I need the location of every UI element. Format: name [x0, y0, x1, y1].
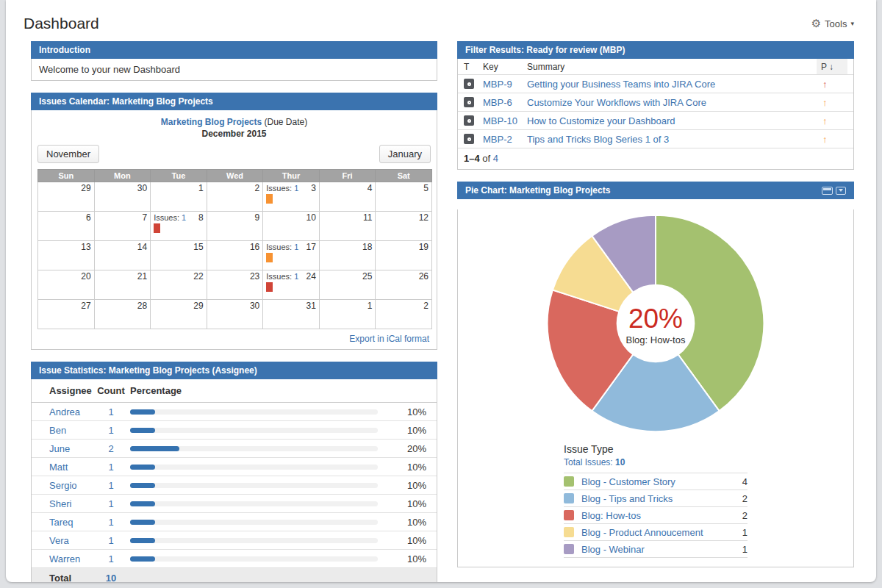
- issues-calendar-panel-body: Marketing Blog Projects (Due Date) Decem…: [31, 110, 437, 350]
- count-link[interactable]: 1: [92, 498, 130, 509]
- issue-marker[interactable]: [266, 253, 273, 262]
- calendar-cell-top: 27: [41, 301, 91, 311]
- count-link[interactable]: 2: [92, 443, 130, 454]
- assignee-link[interactable]: Ben: [49, 425, 92, 436]
- percentage-bar-fill: [130, 520, 155, 525]
- percentage-value: 10%: [391, 535, 426, 546]
- calendar-day-number: 5: [423, 183, 429, 193]
- legend-label-link[interactable]: Blog - Customer Story: [581, 476, 742, 487]
- percentage-bar-track: [130, 428, 378, 433]
- calendar-day-header: Mon: [94, 170, 151, 182]
- issue-marker[interactable]: [154, 223, 160, 233]
- assignee-link[interactable]: Sergio: [49, 480, 92, 491]
- calendar-day-cell: 23: [207, 270, 263, 300]
- panel-header-icons: [822, 187, 846, 195]
- calendar-cell-top: 28: [98, 301, 148, 311]
- count-link[interactable]: 1: [92, 517, 130, 528]
- calendar-cell-top: 9: [210, 212, 260, 223]
- calendar-day-number: 28: [137, 301, 147, 311]
- calendar-day-number: 18: [362, 242, 372, 252]
- calendar-day-header: Sun: [38, 170, 95, 182]
- issue-key-link[interactable]: MBP-2: [483, 134, 527, 145]
- calendar-day-cell: 31: [263, 300, 320, 329]
- calendar-grid: SunMonTueWedThurFriSat 293012Issues: 134…: [37, 169, 432, 329]
- filter-col-priority-sorted[interactable]: P ↓: [817, 59, 847, 74]
- calendar-issues-link[interactable]: 1: [294, 184, 298, 193]
- count-link[interactable]: 1: [92, 535, 130, 546]
- issue-statistics-panel-body: Assignee Count Percentage Andrea110%Ben1…: [31, 379, 437, 582]
- legend-label-link[interactable]: Blog - Product Annoucement: [581, 527, 742, 538]
- assignee-link[interactable]: Tareq: [49, 517, 92, 528]
- issue-key-link[interactable]: MBP-9: [483, 79, 527, 90]
- assignee-link[interactable]: Sheri: [49, 498, 92, 509]
- issue-summary-link[interactable]: Customize Your Workflows with JIRA Core: [527, 97, 817, 108]
- legend-label-link[interactable]: Blog - Webinar: [581, 544, 742, 555]
- pie-legend: Issue Type Total Issues: 10 Blog - Custo…: [564, 443, 747, 558]
- assignee-link[interactable]: Andrea: [49, 406, 92, 417]
- calendar-issues-link[interactable]: 1: [294, 243, 298, 251]
- assignee-link[interactable]: Warren: [49, 553, 92, 564]
- assignee-link[interactable]: Matt: [49, 462, 92, 473]
- issue-marker[interactable]: [266, 282, 273, 292]
- issues-calendar-panel-header: Issues Calendar: Marketing Blog Projects: [31, 93, 437, 110]
- assignee-link[interactable]: June: [49, 443, 92, 454]
- issue-marker[interactable]: [266, 194, 273, 204]
- issue-summary-link[interactable]: How to Customize your Dashboard: [527, 115, 817, 126]
- count-link[interactable]: 1: [92, 406, 130, 417]
- legend-label-link[interactable]: Blog - Tips and Tricks: [581, 493, 742, 504]
- filter-results-panel-header: Filter Results: Ready for review (MBP): [457, 41, 854, 59]
- donut-chart: 20% Blog: How-tos: [542, 209, 770, 440]
- calendar-day-cell: Issues: 124: [263, 270, 320, 300]
- percentage-bar-track: [130, 538, 378, 543]
- assignee-link[interactable]: Vera: [49, 535, 92, 546]
- filter-col-summary[interactable]: Summary: [527, 62, 817, 72]
- filter-col-type[interactable]: T: [464, 62, 483, 72]
- legend-row: Blog - Webinar1: [564, 540, 747, 557]
- calendar-issues-label: Issues: 1: [266, 184, 298, 193]
- calendar-day-number: 9: [255, 212, 260, 223]
- filter-col-key[interactable]: Key: [483, 62, 527, 72]
- issue-summary-link[interactable]: Tips and Tricks Blog Series 1 of 3: [527, 134, 817, 145]
- count-link[interactable]: 1: [92, 425, 130, 436]
- calendar-day-cell: 1: [151, 182, 207, 212]
- count-link[interactable]: 1: [92, 480, 130, 491]
- calendar-day-number: 13: [81, 242, 90, 252]
- calendar-issues-link[interactable]: 1: [182, 213, 186, 222]
- issue-key-link[interactable]: MBP-10: [483, 115, 527, 126]
- percentage-bar-track: [130, 520, 378, 525]
- count-link[interactable]: 1: [92, 462, 130, 473]
- stats-row: Matt110%: [32, 458, 437, 476]
- calendar-issues-link[interactable]: 1: [294, 272, 298, 281]
- filter-pagination: 1–4 of 4: [458, 148, 853, 169]
- gear-icon: ⚙: [811, 17, 821, 30]
- calendar-cell-top: Issues: 18: [154, 212, 204, 223]
- calendar-day-cell: 30: [94, 182, 151, 212]
- calendar-cell-top: 26: [379, 271, 429, 282]
- prev-month-button[interactable]: November: [37, 145, 99, 163]
- calendar-day-number: 10: [306, 212, 315, 223]
- calendar-day-number: 2: [423, 301, 429, 311]
- next-month-button[interactable]: January: [379, 145, 431, 163]
- issue-statistics-panel-header: Issue Statistics: Marketing Blog Project…: [31, 362, 437, 379]
- stats-total-value: 10: [92, 573, 130, 583]
- calendar-project-link[interactable]: Marketing Blog Projects: [161, 117, 262, 127]
- calendar-day-number: 21: [137, 271, 147, 282]
- issue-key-link[interactable]: MBP-6: [483, 97, 527, 108]
- calendar-day-number: 30: [250, 301, 259, 311]
- calendar-cell-top: 25: [323, 271, 373, 282]
- calendar-day-cell: Issues: 117: [263, 241, 320, 270]
- issue-summary-link[interactable]: Getting your Business Teams into JIRA Co…: [527, 79, 817, 90]
- calendar-issues-label: Issues: 1: [266, 272, 298, 281]
- calendar-day-cell: 26: [376, 270, 432, 300]
- calendar-day-header: Wed: [207, 170, 263, 182]
- calendar-day-number: 6: [86, 212, 91, 223]
- tools-menu-button[interactable]: ⚙ Tools ▾: [811, 17, 854, 30]
- calendar-cell-top: 31: [266, 301, 316, 311]
- minimize-icon[interactable]: [822, 187, 833, 195]
- calendar-day-number: 12: [419, 212, 429, 223]
- count-link[interactable]: 1: [92, 553, 130, 564]
- legend-label-link[interactable]: Blog: How-tos: [581, 510, 742, 521]
- pagination-total-link[interactable]: 4: [493, 153, 498, 164]
- panel-menu-icon[interactable]: [836, 187, 846, 195]
- export-ical-link[interactable]: Export in iCal format: [349, 334, 429, 344]
